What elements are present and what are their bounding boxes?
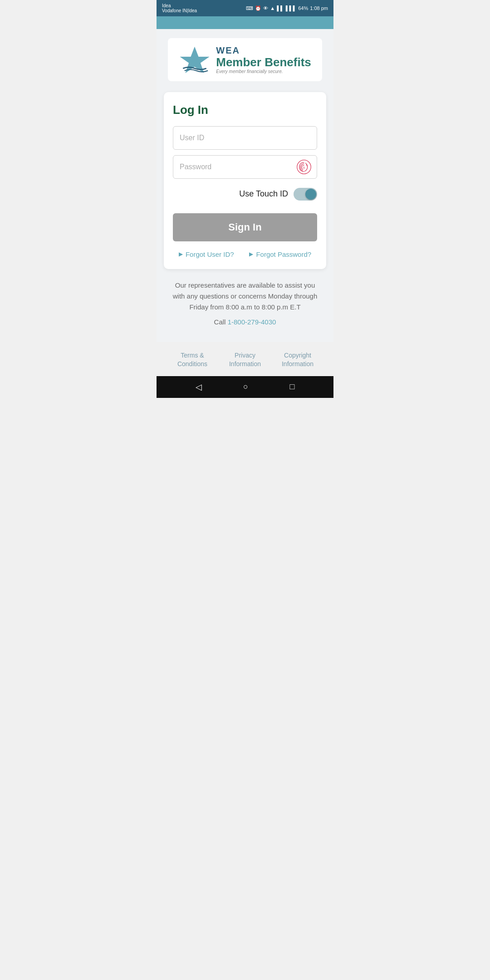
logo-container: WEA Member Benefits Every member financi… (168, 38, 322, 81)
login-title: Log In (173, 103, 317, 117)
forgot-userid-link[interactable]: ▶ Forgot User ID? (179, 250, 234, 258)
terms-link[interactable]: Terms & Conditions (167, 351, 217, 369)
time-display: 1:08 pm (310, 5, 328, 11)
forgot-password-link[interactable]: ▶ Forgot Password? (249, 250, 311, 258)
forgot-userid-arrow: ▶ (179, 251, 183, 257)
support-phone[interactable]: 1-800-279-4030 (228, 318, 276, 326)
signal1-icon: ▌▌ (277, 5, 284, 11)
support-call: Call 1-800-279-4030 (171, 318, 319, 326)
sign-in-button[interactable]: Sign In (173, 213, 317, 241)
privacy-link[interactable]: Privacy Information (220, 351, 270, 369)
userid-input[interactable] (173, 126, 317, 150)
logo-text: WEA Member Benefits Every member financi… (216, 45, 311, 74)
carrier-vodafone: Vodafone IN|Idea (162, 8, 197, 13)
support-section: Our representatives are available to ass… (164, 269, 326, 333)
status-indicators: ⌨ ⏰ 👁 ▲ ▌▌ ▌▌▌ 64% 1:08 pm (246, 5, 328, 11)
nav-recents-icon[interactable]: □ (289, 382, 294, 392)
logo-member-benefits-text: Member Benefits (216, 56, 311, 69)
footer-links: Terms & Conditions Privacy Information C… (157, 342, 333, 376)
nav-home-icon[interactable]: ○ (243, 382, 248, 392)
password-wrapper (173, 155, 317, 179)
logo-tagline-text: Every member financially secure. (216, 69, 311, 74)
forgot-links: ▶ Forgot User ID? ▶ Forgot Password? (173, 250, 317, 258)
touch-id-toggle[interactable] (294, 188, 317, 201)
status-bar: Idea Vodafone IN|Idea ⌨ ⏰ 👁 ▲ ▌▌ ▌▌▌ 64%… (157, 0, 333, 16)
eye-icon: 👁 (263, 5, 268, 11)
support-message: Our representatives are available to ass… (171, 280, 319, 313)
android-nav-bar: ◁ ○ □ (157, 376, 333, 398)
carrier-info: Idea Vodafone IN|Idea (162, 3, 197, 13)
status-divider (157, 16, 333, 29)
touch-id-row: Use Touch ID (173, 186, 317, 202)
nav-back-icon[interactable]: ◁ (196, 382, 202, 392)
forgot-password-text: Forgot Password? (256, 250, 311, 258)
wea-logo-icon (179, 46, 211, 73)
wifi-icon: ▲ (270, 5, 275, 11)
bluetooth-icon: ⌨ (246, 5, 253, 11)
forgot-password-arrow: ▶ (249, 251, 253, 257)
touch-id-label: Use Touch ID (239, 189, 288, 199)
alarm-icon: ⏰ (255, 5, 261, 11)
password-input[interactable] (173, 155, 317, 179)
carrier-idea: Idea (162, 3, 197, 8)
main-content: WEA Member Benefits Every member financi… (157, 29, 333, 342)
call-label: Call (214, 318, 226, 326)
toggle-knob (305, 189, 316, 200)
fingerprint-icon[interactable] (296, 159, 312, 175)
battery-percent: 64% (298, 5, 308, 11)
forgot-userid-text: Forgot User ID? (186, 250, 234, 258)
logo-wea-text: WEA (216, 45, 311, 56)
copyright-link[interactable]: Copyright Information (273, 351, 323, 369)
signal2-icon: ▌▌▌ (286, 5, 296, 11)
login-card: Log In Use Touch ID Sign In (164, 92, 326, 269)
